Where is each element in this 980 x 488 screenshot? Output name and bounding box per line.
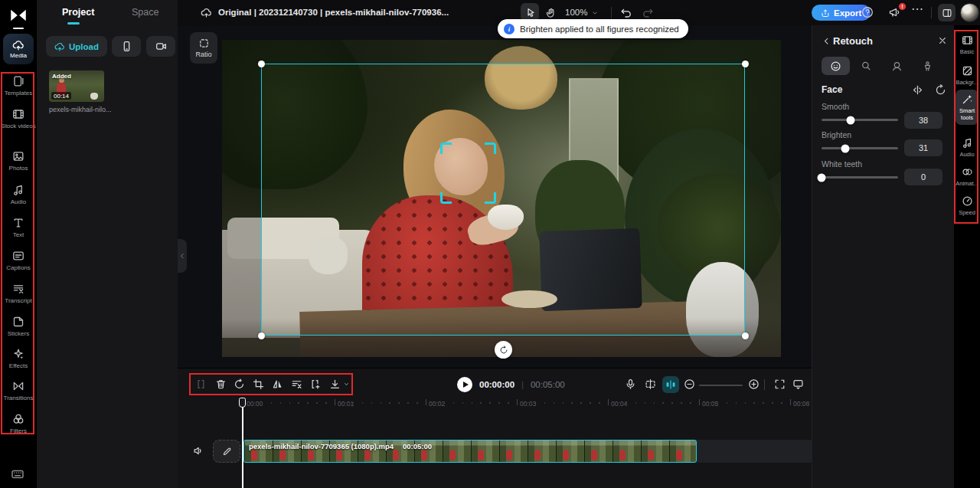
retouch-tab-body[interactable] xyxy=(913,57,942,75)
slider-thumb[interactable] xyxy=(847,116,855,124)
split-right-button[interactable] xyxy=(309,378,321,390)
slider-value-smooth[interactable]: 38 xyxy=(904,112,942,129)
timeline-zoom-out-button[interactable] xyxy=(684,378,695,390)
right-sidebar-item-audio[interactable]: Audio xyxy=(954,137,980,158)
upload-button[interactable]: Upload xyxy=(46,36,107,57)
back-chevron-icon[interactable] xyxy=(822,36,831,46)
sidebar-item-label: Transitions xyxy=(1,395,36,401)
close-panel-button[interactable] xyxy=(937,35,948,46)
title-chevron-down-icon[interactable] xyxy=(424,8,433,17)
slider-value-white-teeth[interactable]: 0 xyxy=(904,169,942,185)
ruler-minor-tick xyxy=(480,402,482,404)
download-chevron-down-icon[interactable] xyxy=(343,381,350,388)
ratio-button[interactable]: Ratio xyxy=(190,32,217,64)
right-sidebar-item-animat-[interactable]: Animat... xyxy=(954,166,980,187)
sidebar-item-audio[interactable]: Audio xyxy=(0,184,37,205)
right-sidebar-item-basic[interactable]: Basic xyxy=(954,34,980,55)
ruler-tick-label: 00:04 xyxy=(611,400,627,408)
sidebar-item-effects[interactable]: Effects xyxy=(0,348,37,369)
text-icon xyxy=(12,217,24,229)
selection-handle-top-right[interactable] xyxy=(742,61,749,67)
playhead-line[interactable] xyxy=(242,407,243,488)
track-draw-button[interactable] xyxy=(213,440,240,463)
sidebar-item-text[interactable]: Text xyxy=(0,217,37,238)
timeline-clip[interactable]: pexels-mikhail-nilov-7709365 (1080p).mp4… xyxy=(243,440,697,463)
collapse-panel-handle[interactable] xyxy=(178,239,187,273)
zoom-level-dropdown[interactable]: 100% xyxy=(565,8,587,17)
sidebar-item-captions[interactable]: Captions xyxy=(0,250,37,271)
slider-brighten[interactable] xyxy=(822,147,898,149)
sidebar-item-label: Photos xyxy=(1,165,36,172)
panel-title: Retouch xyxy=(833,35,873,47)
play-icon xyxy=(463,382,469,388)
sidebar-item-media[interactable]: Media xyxy=(3,34,34,64)
sidebar-item-filters[interactable]: Filters xyxy=(0,413,37,434)
tab-project[interactable]: Project xyxy=(62,7,94,18)
more-menu-button[interactable]: ⋯ xyxy=(911,2,924,16)
document-title[interactable]: Original | 202312140730 | pexels-mikhail… xyxy=(218,8,449,17)
ruler-minor-tick xyxy=(690,402,691,404)
user-avatar[interactable] xyxy=(960,3,979,22)
crop-button[interactable] xyxy=(253,378,264,390)
record-camera-button[interactable] xyxy=(146,36,175,57)
sidebar-item-templates[interactable]: Templates xyxy=(0,75,37,97)
video-canvas[interactable] xyxy=(222,40,781,357)
sidebar-item-transcript[interactable]: Transcript xyxy=(0,283,37,304)
keyboard-shortcuts-icon[interactable] xyxy=(11,467,24,481)
sidebar-item-photos[interactable]: Photos xyxy=(0,150,37,172)
fullscreen-button[interactable] xyxy=(774,378,786,390)
right-sidebar-item-backgr-[interactable]: Backgr... xyxy=(954,65,980,86)
fit-timeline-button[interactable] xyxy=(662,376,679,393)
selection-handle-bottom-left[interactable] xyxy=(258,332,265,339)
hand-tool-button[interactable] xyxy=(545,7,557,18)
sidebar-item-stock-videos[interactable]: Stock videos xyxy=(0,108,37,129)
rotate-button[interactable] xyxy=(234,378,245,390)
slider-thumb[interactable] xyxy=(818,173,826,182)
selection-handle-bottom-right[interactable] xyxy=(742,332,749,339)
timeline-zoom-slider[interactable] xyxy=(699,385,743,386)
right-sidebar-item-smart-tools[interactable]: Smart tools xyxy=(956,90,978,125)
smart-cut-button[interactable] xyxy=(291,378,302,390)
right-sidebar-item-label: Speed xyxy=(955,209,980,216)
media-clip-thumbnail[interactable]: Added 00:14 xyxy=(49,70,104,102)
tab-space[interactable]: Space xyxy=(132,7,158,18)
preview-axis-button[interactable] xyxy=(645,378,656,390)
timeline-ruler[interactable]: 00:0000:0100:0200:0300:0400:0500:06 xyxy=(178,398,812,413)
track-mute-speaker-icon[interactable] xyxy=(193,445,204,457)
rotate-handle[interactable] xyxy=(495,341,512,359)
anim-icon xyxy=(962,166,973,178)
slider-thumb[interactable] xyxy=(841,144,850,152)
app-logo-icon[interactable] xyxy=(9,6,28,25)
reset-icon[interactable] xyxy=(935,84,946,96)
play-button[interactable] xyxy=(457,377,472,392)
sidebar-item-label: Transcript xyxy=(1,297,36,304)
split-button[interactable] xyxy=(195,378,207,390)
clip-selection-box[interactable] xyxy=(261,64,745,336)
ruler-minor-tick xyxy=(563,402,564,404)
retouch-tab-face[interactable] xyxy=(822,57,850,75)
sidebar-item-stickers[interactable]: Stickers xyxy=(0,316,37,337)
help-button[interactable] xyxy=(861,6,874,18)
slider-smooth[interactable] xyxy=(822,119,898,121)
display-button[interactable] xyxy=(792,378,804,390)
ruler-tick-label: 00:03 xyxy=(520,400,536,408)
panel-toggle-button[interactable] xyxy=(938,4,956,21)
slider-value-brighten[interactable]: 31 xyxy=(904,139,942,156)
record-phone-button[interactable] xyxy=(112,36,141,57)
sidebar-item-transitions[interactable]: Transitions xyxy=(0,380,37,401)
download-button[interactable] xyxy=(329,378,341,390)
timeline-zoom-in-button[interactable] xyxy=(748,378,760,390)
compare-icon[interactable] xyxy=(912,84,923,96)
retouch-tab-reshape[interactable] xyxy=(883,57,911,75)
voiceover-mic-button[interactable] xyxy=(625,378,636,390)
ruler-minor-tick xyxy=(727,402,728,404)
undo-button[interactable] xyxy=(620,6,632,18)
redo-button[interactable] xyxy=(642,6,654,18)
selection-handle-top-left[interactable] xyxy=(258,61,265,67)
zoom-chevron-down-icon[interactable] xyxy=(591,9,599,17)
retouch-tab-makeup[interactable] xyxy=(852,57,880,75)
delete-button[interactable] xyxy=(215,378,227,390)
right-sidebar-item-speed[interactable]: Speed xyxy=(954,195,980,216)
mirror-button[interactable] xyxy=(272,378,283,390)
slider-white-teeth[interactable] xyxy=(822,176,898,178)
